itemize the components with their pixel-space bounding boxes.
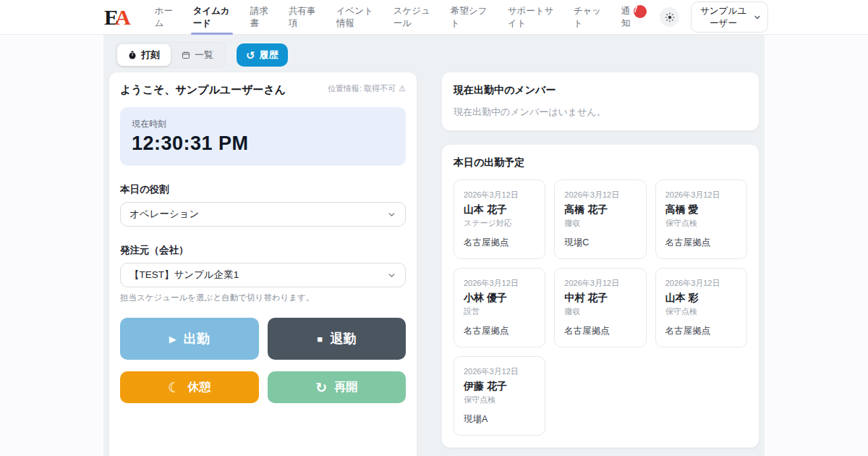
schedule-entry-card: 2026年3月12日 山本 彩 保守点検 名古屋拠点: [655, 268, 747, 347]
entry-name: 山本 彩: [665, 292, 737, 305]
entry-name: 山本 花子: [464, 203, 535, 216]
schedule-grid: 2026年3月12日 山本 花子 ステージ対応 名古屋拠点 2026年3月12日…: [454, 180, 747, 436]
break-label: 休憩: [187, 380, 210, 395]
active-members-title: 現在出勤中のメンバー: [454, 84, 747, 97]
tab-group: 打刻 一覧: [115, 42, 226, 68]
user-menu-label: サンプルユーザー: [697, 5, 749, 29]
nav-item-support-site[interactable]: サポートサイト: [508, 0, 554, 35]
today-schedule-title: 本日の出勤予定: [454, 156, 747, 169]
nav-item-label: タイムカード: [193, 5, 231, 30]
play-icon: ▶: [169, 334, 176, 344]
entry-role: 設営: [464, 306, 535, 317]
content-columns: ようこそ、サンプルユーザーさん 位置情報: 取得不可 ⚠ 現在時刻 12:30:…: [109, 72, 760, 456]
notification-badge: 7: [634, 5, 647, 18]
nav-item-label: スケジュール: [393, 5, 431, 30]
stop-icon: ■: [317, 334, 323, 344]
entry-date: 2026年3月12日: [665, 190, 737, 200]
entry-location: 名古屋拠点: [665, 325, 737, 337]
punch-buttons: ▶ 出勤 ■ 退勤 ☾ 休憩 ↻ 再開: [120, 318, 406, 403]
logo-letter-e: E: [104, 5, 115, 29]
clock-out-button[interactable]: ■ 退勤: [268, 318, 407, 360]
nav-item-chat[interactable]: チャット: [574, 0, 602, 35]
moon-icon: ☾: [168, 381, 180, 394]
client-select-helper: 担当スケジュールを選ぶと自動で切り替わります。: [120, 292, 406, 303]
page-content: 打刻 一覧 ↺ 履歴 ようこそ、サンプルユーザーさん 位置情報: 取得不可 ⚠: [103, 35, 765, 456]
nav-item-label: 請求書: [250, 5, 269, 30]
entry-role: 撤収: [564, 306, 636, 317]
history-icon: ↺: [246, 50, 255, 61]
break-button[interactable]: ☾ 休憩: [120, 371, 259, 403]
top-navbar: EA ホーム タイムカード 請求書 共有事項 イベント情報 スケジュール 希望シ…: [0, 0, 868, 35]
today-schedule-panel: 本日の出勤予定 2026年3月12日 山本 花子 ステージ対応 名古屋拠点 20…: [441, 144, 760, 448]
nav-item-label: チャット: [574, 5, 602, 30]
nav-item-home[interactable]: ホーム: [155, 0, 174, 35]
nav-item-label: 希望シフト: [451, 5, 488, 30]
active-members-empty-text: 現在出勤中のメンバーはいません。: [454, 106, 747, 119]
entry-name: 伊藤 花子: [464, 380, 535, 393]
schedule-entry-card: 2026年3月12日 高橋 花子 撤収 現場C: [554, 180, 646, 259]
nav-item-label: ホーム: [155, 5, 174, 30]
role-select-value: オペレーション: [129, 208, 199, 221]
nav-item-event-info[interactable]: イベント情報: [336, 0, 374, 35]
clock-in-button[interactable]: ▶ 出勤: [120, 318, 259, 360]
current-time-value: 12:30:31 PM: [132, 132, 394, 155]
entry-role: 撤収: [564, 218, 636, 229]
entry-location: 名古屋拠点: [464, 237, 535, 249]
clock-in-label: 出勤: [184, 330, 210, 347]
tab-list[interactable]: 一覧: [171, 44, 224, 66]
entry-role: 保守点検: [464, 394, 535, 405]
nav-item-shift-request[interactable]: 希望シフト: [451, 0, 488, 35]
role-select[interactable]: オペレーション: [120, 202, 406, 227]
nav-item-invoices[interactable]: 請求書: [250, 0, 269, 35]
punch-panel: ようこそ、サンプルユーザーさん 位置情報: 取得不可 ⚠ 現在時刻 12:30:…: [109, 72, 417, 456]
location-status-text: 位置情報: 取得不可: [328, 83, 396, 94]
entry-date: 2026年3月12日: [564, 278, 636, 289]
logo-letter-a: A: [115, 5, 127, 29]
main-nav: ホーム タイムカード 請求書 共有事項 イベント情報 スケジュール 希望シフト …: [155, 0, 631, 35]
entry-role: 保守点検: [665, 218, 737, 229]
client-select[interactable]: 【TEST】サンプル企業1: [120, 263, 406, 287]
schedule-entry-card: 2026年3月12日 中村 花子 撤収 名古屋拠点: [554, 268, 646, 347]
resume-label: 再開: [334, 380, 357, 395]
right-column: 現在出勤中のメンバー 現在出勤中のメンバーはいません。 本日の出勤予定 2026…: [441, 72, 760, 456]
entry-location: 現場A: [464, 413, 535, 426]
nav-item-schedule[interactable]: スケジュール: [393, 0, 431, 35]
stopwatch-icon: [128, 51, 137, 59]
location-status: 位置情報: 取得不可 ⚠: [328, 83, 406, 94]
entry-name: 高橋 花子: [564, 203, 636, 216]
nav-item-label: 共有事項: [289, 5, 317, 30]
entry-date: 2026年3月12日: [464, 190, 535, 200]
clock-out-label: 退勤: [330, 330, 356, 347]
theme-toggle-button[interactable]: [660, 7, 679, 27]
chevron-down-icon: [753, 13, 762, 22]
calendar-icon: [182, 51, 190, 59]
nav-item-label: イベント情報: [336, 5, 374, 30]
entry-date: 2026年3月12日: [464, 366, 535, 377]
nav-item-notifications[interactable]: 通知 7: [621, 0, 631, 35]
welcome-row: ようこそ、サンプルユーザーさん 位置情報: 取得不可 ⚠: [120, 83, 406, 97]
app-logo[interactable]: EA: [104, 7, 127, 28]
client-select-value: 【TEST】サンプル企業1: [129, 269, 239, 282]
entry-name: 小林 優子: [464, 292, 535, 305]
history-button[interactable]: ↺ 履歴: [237, 43, 288, 67]
nav-item-timecard[interactable]: タイムカード: [193, 0, 231, 35]
entry-date: 2026年3月12日: [464, 278, 535, 289]
client-field-label: 発注元（会社）: [120, 244, 406, 257]
resume-button[interactable]: ↻ 再開: [268, 371, 407, 403]
nav-item-label: 通知: [621, 5, 631, 30]
welcome-heading: ようこそ、サンプルユーザーさん: [120, 83, 286, 97]
entry-location: 名古屋拠点: [564, 325, 636, 337]
chevron-down-icon: [387, 210, 396, 219]
entry-date: 2026年3月12日: [564, 190, 636, 200]
tab-punch[interactable]: 打刻: [117, 44, 171, 66]
user-menu[interactable]: サンプルユーザー: [691, 1, 768, 33]
history-button-label: 履歴: [260, 48, 278, 62]
schedule-entry-card: 2026年3月12日 山本 花子 ステージ対応 名古屋拠点: [454, 180, 545, 259]
entry-location: 現場C: [564, 237, 636, 249]
entry-date: 2026年3月12日: [665, 278, 737, 289]
current-time-box: 現在時刻 12:30:31 PM: [120, 107, 406, 166]
active-members-panel: 現在出勤中のメンバー 現在出勤中のメンバーはいません。: [441, 72, 760, 131]
schedule-entry-card: 2026年3月12日 高橋 愛 保守点検 名古屋拠点: [655, 180, 747, 259]
nav-item-shared-notes[interactable]: 共有事項: [289, 0, 317, 35]
entry-role: ステージ対応: [464, 218, 535, 229]
